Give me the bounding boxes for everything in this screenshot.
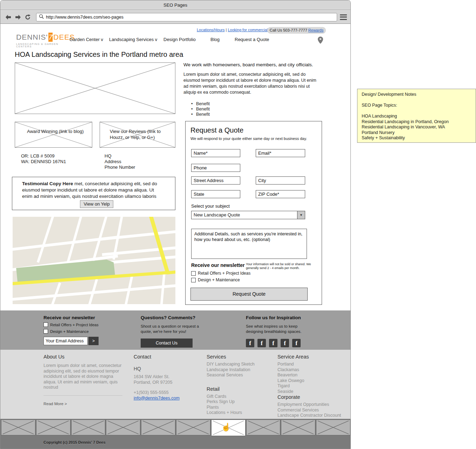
browser-toolbar (0, 11, 350, 24)
services-link[interactable]: Landscape Installation (207, 367, 270, 373)
notes-title: Design/ Development Notes (362, 92, 471, 98)
subject-select[interactable]: New Landscape Quote ▼ (191, 211, 305, 219)
nav-garden-center[interactable]: Garden Center v (69, 37, 103, 42)
footer-newsletter-column: Receive our newsletter Retail Offers + P… (43, 315, 99, 345)
facebook-icon[interactable]: f (292, 339, 301, 347)
url-input[interactable] (46, 15, 334, 20)
services-link[interactable]: Seasonal Services (207, 373, 270, 378)
facebook-icon[interactable]: f (269, 339, 277, 347)
service-area-link[interactable]: Beaverton (277, 373, 348, 378)
award-winning-link-placeholder[interactable]: Award Winning (link to blog) (15, 122, 92, 148)
rewards-link[interactable]: Rewards (308, 28, 323, 32)
chevron-down-icon[interactable]: ▼ (297, 211, 305, 219)
forward-button-icon[interactable] (14, 13, 22, 21)
corporate-link[interactable]: Employment Opportunities (277, 402, 348, 408)
url-bar[interactable] (36, 13, 337, 21)
notes-topic: Residential Landscaping in Portland, Ore… (362, 119, 471, 125)
services-link[interactable]: DIY Landscaping Sketch (207, 362, 270, 367)
retail-link[interactable]: Plants (207, 405, 270, 410)
view-reviews-link-placeholder[interactable]: View our Reviews (link to Houzz, or Yelp… (100, 122, 175, 148)
about-heading: About Us (43, 354, 122, 360)
logo-seven-box: 7 (48, 33, 53, 42)
retail-offers-checkbox[interactable] (191, 271, 196, 276)
form-subtitle: We will respond to your quote either sam… (190, 136, 307, 141)
name-field[interactable] (191, 149, 240, 157)
phone-field[interactable] (191, 164, 240, 172)
footer-newsletter-heading: Receive our newsletter (43, 315, 99, 320)
view-reviews-label: View our Reviews (link to Houzz, or Yelp… (100, 122, 175, 140)
retail-link[interactable]: Locations + Hours (207, 410, 270, 416)
benefit-item: Benefit (196, 112, 210, 117)
contact-email-link[interactable]: info@dennis7dees.com (134, 396, 193, 401)
street-address-field[interactable] (191, 176, 240, 185)
thumbnail-placeholder[interactable] (1, 420, 35, 435)
read-more-link[interactable]: Read More > (43, 402, 122, 406)
service-area-link[interactable]: Portland (277, 362, 348, 367)
footer-questions-column: Questions? Comments? Shoot us a question… (141, 315, 200, 348)
thumbnail-placeholder[interactable] (281, 420, 315, 435)
form-newsletter-heading: Receive our newsletter (191, 262, 245, 268)
back-button-icon[interactable] (4, 13, 12, 21)
city-field[interactable] (256, 176, 305, 185)
request-quote-button[interactable]: Request Quote (190, 288, 308, 301)
thumbnail-placeholder[interactable] (316, 420, 350, 435)
thumbnail-placeholder[interactable] (176, 420, 210, 435)
map-image[interactable] (13, 217, 175, 304)
footer-email-input[interactable] (43, 337, 88, 345)
location-pin-icon[interactable] (318, 36, 323, 45)
testimonial-box: Testimonial Copy Here met, consectetur a… (12, 177, 175, 210)
service-area-link[interactable]: Seaside (277, 389, 348, 395)
license-or: OR: LCB # 5009 (21, 153, 66, 159)
nav-landscaping-services[interactable]: Landscaping Services v (109, 37, 157, 42)
corporate-heading: Corporate (277, 394, 348, 400)
refresh-button-icon[interactable] (24, 13, 32, 21)
service-area-link[interactable]: Lake Oswego (277, 378, 348, 384)
footer-retail-offers-checkbox[interactable] (43, 322, 48, 327)
retail-link[interactable]: Perks Sign Up (207, 399, 270, 405)
site-logo[interactable]: DENNIS' 7 DEES LANDSCAPING & GARDEN CENT… (16, 33, 72, 48)
thumbnail-placeholder[interactable] (141, 420, 175, 435)
design-maintenance-checkbox-row: Design + Maintenance (191, 277, 240, 282)
license-wa: WA: DENNISD 167N1 (21, 159, 66, 165)
screenshot-canvas: SEO Pages Locations/Hours | (0, 0, 476, 449)
nav-blog[interactable]: Blog (210, 37, 220, 42)
facebook-icon[interactable]: f (257, 339, 266, 347)
footer-email-submit-button[interactable]: > (88, 337, 99, 345)
locations-hours-link[interactable]: Locations/Hours (197, 28, 225, 32)
design-maintenance-checkbox[interactable] (191, 278, 196, 282)
view-on-yelp-button[interactable]: View on Yelp (80, 200, 113, 208)
form-title: Request a Quote (190, 126, 243, 134)
service-area-link[interactable]: Tigard (277, 383, 348, 389)
intro-sentence: We work with homeowners, board members, … (183, 62, 324, 67)
thumbnail-placeholder[interactable] (36, 420, 71, 435)
facebook-icon[interactable]: f (246, 339, 254, 347)
call-us-text: Call Us 503-777-7777 (270, 28, 307, 32)
footer-design-maintenance-checkbox[interactable] (43, 329, 48, 334)
state-field[interactable] (191, 190, 240, 198)
thumbnail-placeholder[interactable] (106, 420, 140, 435)
footer-follow-text: See what inspires us to keep designing b… (246, 324, 309, 334)
about-divider (43, 395, 122, 396)
thumbnail-placeholder[interactable] (71, 420, 106, 435)
additional-details-textarea[interactable]: Additional Details, such as services you… (191, 229, 307, 259)
thumbnail-placeholder-active[interactable]: ☝ (211, 420, 246, 436)
facebook-icon[interactable]: f (281, 339, 289, 347)
corporate-link[interactable]: Commercial Services (277, 408, 348, 413)
hq-info: HQ Address Phone Number (105, 153, 135, 170)
nav-design-portfolio[interactable]: Design Portfolio (163, 37, 196, 42)
zip-code-field[interactable] (256, 190, 305, 198)
email-field[interactable] (256, 149, 305, 157)
notes-subtitle: SEO Page Topics: (362, 103, 471, 108)
nav-request-a-quote[interactable]: Request a Quote (235, 37, 269, 42)
subject-selected-value: New Landscape Quote (194, 212, 240, 217)
testimonial-bold: Testimonial Copy Here (22, 181, 73, 186)
thumbnail-placeholder[interactable] (246, 420, 281, 435)
corporate-link[interactable]: Landscape Constractor Discount (277, 413, 348, 418)
footer-design-maintenance-row: Design + Maintenance (43, 329, 99, 334)
contact-us-button[interactable]: Contact Us (141, 339, 193, 348)
menu-icon[interactable] (340, 14, 347, 20)
license-numbers: OR: LCB # 5009 WA: DENNISD 167N1 (21, 153, 66, 165)
logo-dennis-text: DENNIS' (16, 33, 48, 41)
retail-link[interactable]: Gift Cards (207, 394, 270, 400)
service-area-link[interactable]: Clackamas (277, 367, 348, 373)
